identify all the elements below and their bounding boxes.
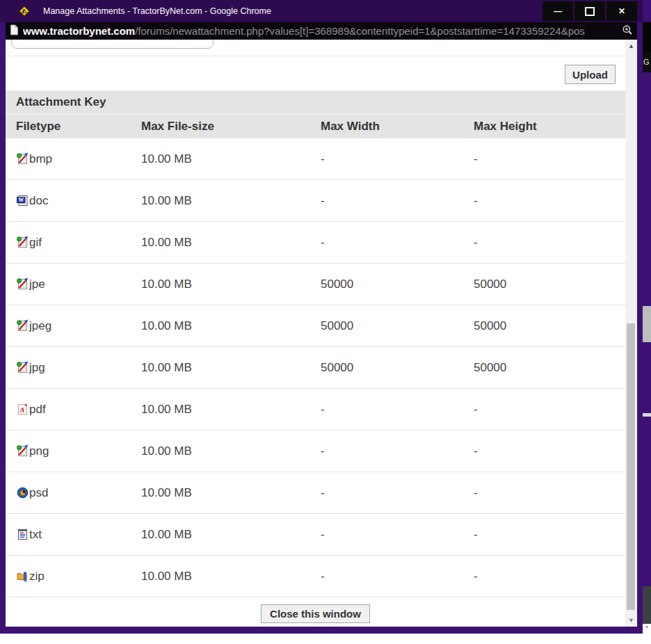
word-doc-icon: W: [16, 194, 29, 207]
image-file-icon: [16, 277, 29, 291]
filetype-cell: Wdoc: [16, 194, 141, 208]
max-height-value: -: [474, 486, 625, 500]
max-filesize-value: 10.00 MB: [141, 236, 321, 250]
max-height-value: -: [474, 444, 625, 458]
max-width-value: 50000: [321, 277, 474, 291]
column-header-max-width: Max Width: [321, 120, 474, 134]
table-row: png 10.00 MB - -: [6, 430, 625, 472]
filetype-label: gif: [29, 236, 42, 250]
max-height-value: -: [474, 570, 625, 583]
image-file-icon: [16, 152, 29, 166]
scroll-down-arrow-icon[interactable]: ▼: [625, 614, 637, 627]
image-file-icon: [16, 361, 29, 374]
max-width-value: -: [321, 444, 474, 458]
filetype-label: txt: [29, 528, 42, 542]
filetype-cell: png: [16, 444, 141, 458]
attachment-table-body: bmp 10.00 MB - - Wdoc 10.00 MB - - gif 1…: [6, 138, 625, 597]
max-width-value: -: [321, 528, 474, 542]
divider: [6, 56, 625, 56]
window-titlebar: Manage Attachments - TractorByNet.com - …: [0, 0, 651, 22]
max-height-value: -: [474, 152, 625, 166]
scrollbar-thumb[interactable]: [627, 323, 635, 610]
background-fragment: [643, 413, 651, 417]
max-width-value: -: [321, 194, 474, 208]
max-height-value: 50000: [474, 277, 625, 291]
filetype-label: jpg: [29, 361, 45, 375]
filetype-label: zip: [29, 570, 45, 583]
attachment-key-header: Attachment Key: [6, 90, 625, 115]
image-file-icon: [16, 319, 29, 332]
maximize-icon: [585, 7, 595, 16]
vertical-scrollbar[interactable]: ▲ ▼: [625, 40, 637, 627]
table-row: jpeg 10.00 MB 50000 50000: [6, 305, 625, 347]
filetype-cell: jpeg: [16, 319, 141, 333]
filetype-label: psd: [29, 486, 48, 500]
maximize-button[interactable]: [574, 1, 605, 21]
scroll-up-arrow-icon[interactable]: ▲: [625, 40, 637, 52]
filetype-cell: gif: [16, 236, 141, 250]
filetype-cell: jpe: [16, 277, 141, 291]
filetype-cell: psd: [16, 486, 141, 500]
pdf-file-icon: A: [16, 403, 29, 416]
text-file-icon: [16, 528, 29, 541]
column-header-max-filesize: Max File-size: [141, 120, 321, 134]
filetype-label: jpe: [29, 277, 45, 291]
attachment-key-title: Attachment Key: [16, 95, 106, 109]
max-height-value: -: [474, 236, 625, 250]
filetype-cell: bmp: [16, 152, 141, 166]
background-scrollbar-fragment: [643, 586, 651, 624]
max-height-value: 50000: [474, 319, 625, 333]
table-row: jpe 10.00 MB 50000 50000: [6, 264, 625, 305]
background-scrollbar-fragment: [643, 306, 651, 342]
max-width-value: -: [321, 403, 474, 417]
background-right-strip: G ▾: [643, 0, 651, 644]
background-g-badge: G: [643, 51, 651, 72]
zoom-icon[interactable]: [622, 24, 633, 38]
max-width-value: 50000: [321, 319, 474, 333]
max-width-value: -: [321, 570, 474, 583]
max-filesize-value: 10.00 MB: [141, 152, 321, 166]
column-header-filetype: Filetype: [16, 120, 141, 134]
filetype-cell: txt: [16, 528, 141, 542]
table-row: psd 10.00 MB - -: [6, 472, 625, 514]
max-filesize-value: 10.00 MB: [141, 444, 321, 458]
max-filesize-value: 10.00 MB: [141, 570, 321, 583]
max-filesize-value: 10.00 MB: [141, 403, 321, 417]
image-file-icon: [16, 444, 29, 458]
close-this-window-button[interactable]: Close this window: [261, 604, 370, 623]
window-border-right: [637, 22, 643, 634]
upload-button[interactable]: Upload: [565, 65, 616, 84]
filetype-cell: zip: [16, 570, 141, 583]
max-filesize-value: 10.00 MB: [141, 361, 321, 375]
max-filesize-value: 10.00 MB: [141, 277, 321, 291]
filetype-label: jpeg: [29, 319, 51, 333]
close-window-button[interactable]: ✕: [606, 1, 637, 21]
url-bar[interactable]: www.tractorbynet.com/forums/newattachmen…: [6, 22, 637, 40]
max-width-value: -: [321, 152, 474, 166]
url-domain: www.tractorbynet.com: [23, 25, 135, 37]
filetype-cell: jpg: [16, 361, 141, 375]
page-icon: [9, 24, 19, 38]
table-column-headers: Filetype Max File-size Max Width Max Hei…: [6, 115, 625, 138]
minimize-button[interactable]: —: [542, 1, 573, 21]
close-row: Close this window: [6, 604, 625, 623]
background-fragment: [643, 22, 651, 51]
window-border-left: [0, 22, 6, 634]
url-text: www.tractorbynet.com/forums/newattachmen…: [23, 25, 622, 37]
table-row: Wdoc 10.00 MB - -: [6, 180, 625, 222]
attachment-file-input[interactable]: [11, 40, 214, 49]
url-path: /forums/newattachment.php?values[t]=3689…: [135, 25, 585, 37]
max-height-value: 50000: [474, 361, 625, 375]
table-row: gif 10.00 MB - -: [6, 222, 625, 264]
max-width-value: 50000: [321, 361, 474, 375]
psd-file-icon: [16, 486, 29, 499]
popup-content: Upload Attachment Key Filetype Max File-…: [6, 40, 625, 627]
max-filesize-value: 10.00 MB: [141, 319, 321, 333]
filetype-label: pdf: [29, 403, 46, 417]
window-title: Manage Attachments - TractorByNet.com - …: [43, 0, 271, 22]
max-width-value: -: [321, 486, 474, 500]
max-height-value: -: [474, 403, 625, 417]
image-file-icon: [16, 236, 29, 249]
filetype-label: doc: [29, 194, 48, 208]
max-filesize-value: 10.00 MB: [141, 486, 321, 500]
